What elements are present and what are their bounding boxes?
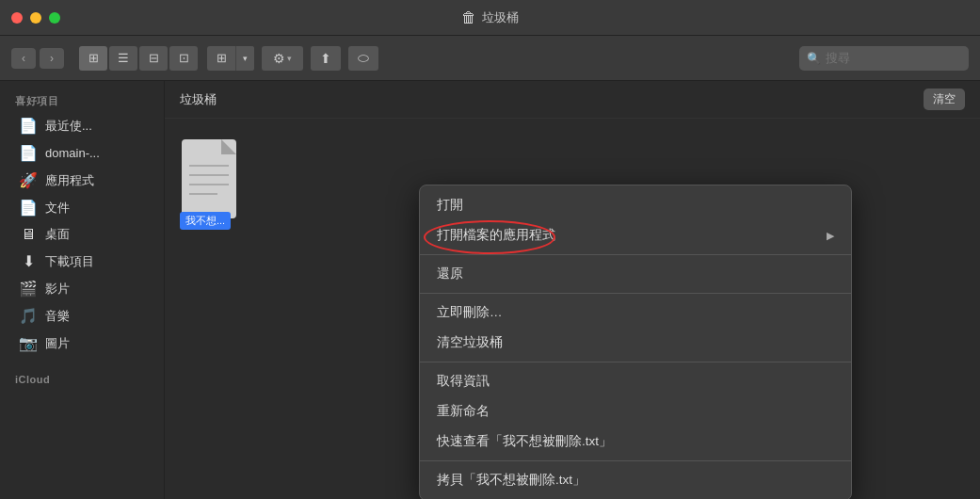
- window-title-text: 垃圾桶: [482, 9, 519, 26]
- applications-icon: 🚀: [19, 171, 38, 189]
- group-dropdown-arrow[interactable]: ▾: [235, 46, 254, 71]
- forward-button[interactable]: ›: [40, 48, 64, 69]
- search-input[interactable]: [826, 51, 957, 65]
- tag-button[interactable]: ⬭: [348, 46, 378, 71]
- minimize-button[interactable]: [30, 12, 41, 24]
- view-column-button[interactable]: ⊟: [139, 46, 168, 71]
- icloud-section: iCloud: [0, 368, 164, 389]
- sidebar-section-icloud: iCloud: [0, 368, 164, 389]
- menu-get-info-label: 取得資訊: [437, 373, 490, 390]
- trash-title-icon: 🗑: [461, 9, 476, 26]
- menu-item-delete-now[interactable]: 立即刪除…: [420, 298, 851, 328]
- menu-open-with-label: 打開檔案的應用程式: [437, 227, 555, 244]
- nav-buttons: ‹ ›: [11, 48, 64, 69]
- movies-icon: 🎬: [19, 280, 38, 298]
- context-menu: 打開 打開檔案的應用程式 ▶ 還原 立即刪除… 清空垃圾桶 取得資訊 重新命名: [419, 185, 852, 499]
- file-icon[interactable]: [180, 137, 255, 222]
- sidebar-item-movies[interactable]: 🎬 影片: [4, 275, 160, 302]
- menu-item-empty-trash[interactable]: 清空垃圾桶: [420, 328, 851, 358]
- content-area: 垃圾桶 清空: [165, 81, 980, 499]
- separator-3: [420, 362, 851, 362]
- tag-icon: ⬭: [358, 50, 369, 66]
- menu-item-get-info[interactable]: 取得資訊: [420, 366, 851, 396]
- window-controls: [11, 12, 60, 24]
- group-icon: ⊞: [207, 46, 235, 71]
- empty-trash-button[interactable]: 清空: [924, 89, 965, 110]
- menu-item-open-with[interactable]: 打開檔案的應用程式 ▶: [420, 220, 851, 250]
- separator-4: [420, 460, 851, 461]
- view-buttons: ⊞ ☰ ⊟ ⊡: [79, 46, 198, 71]
- menu-rename-label: 重新命名: [437, 403, 490, 420]
- domain-icon: 📄: [19, 144, 38, 162]
- share-button[interactable]: ⬆: [311, 46, 341, 71]
- music-label: 音樂: [45, 308, 70, 325]
- file-icon-container: 我不想...: [180, 137, 274, 222]
- desktop-label: 桌面: [45, 226, 70, 243]
- pictures-label: 圖片: [45, 335, 70, 352]
- share-icon: ⬆: [320, 51, 331, 66]
- gear-button[interactable]: ⚙ ▾: [262, 46, 303, 71]
- sidebar-item-downloads[interactable]: ⬇ 下載項目: [4, 248, 160, 275]
- sidebar-section-favorites: 喜好項目: [0, 89, 164, 112]
- documents-label: 文件: [45, 200, 70, 217]
- sidebar-item-domain[interactable]: 📄 domain-...: [4, 139, 160, 167]
- content-header: 垃圾桶 清空: [165, 81, 980, 119]
- menu-delete-now-label: 立即刪除…: [437, 304, 503, 321]
- movies-label: 影片: [45, 281, 70, 298]
- menu-restore-label: 還原: [437, 266, 463, 282]
- search-icon: 🔍: [807, 52, 821, 65]
- view-list-button[interactable]: ☰: [109, 46, 137, 71]
- view-group-button[interactable]: ⊞ ▾: [207, 46, 254, 71]
- downloads-icon: ⬇: [19, 252, 38, 270]
- sidebar: 喜好項目 📄 最近使... 📄 domain-... 🚀 應用程式 📄 文件 🖥…: [0, 81, 165, 499]
- sidebar-item-documents[interactable]: 📄 文件: [4, 194, 160, 221]
- view-icon-button[interactable]: ⊞: [79, 46, 107, 71]
- back-button[interactable]: ‹: [11, 48, 36, 69]
- sidebar-item-pictures[interactable]: 📷 圖片: [4, 330, 160, 357]
- menu-item-open[interactable]: 打開: [420, 190, 851, 220]
- music-icon: 🎵: [19, 307, 38, 325]
- submenu-arrow-icon: ▶: [827, 230, 834, 242]
- sidebar-item-music[interactable]: 🎵 音樂: [4, 302, 160, 330]
- content-title-text: 垃圾桶: [180, 91, 217, 108]
- view-gallery-button[interactable]: ⊡: [169, 46, 198, 71]
- close-button[interactable]: [11, 12, 23, 24]
- pictures-icon: 📷: [19, 334, 38, 352]
- menu-item-rename[interactable]: 重新命名: [420, 396, 851, 427]
- sidebar-item-desktop[interactable]: 🖥 桌面: [4, 221, 160, 248]
- menu-open-label: 打開: [437, 197, 463, 214]
- file-svg: [180, 137, 248, 220]
- separator-1: [420, 254, 851, 255]
- gear-arrow-icon: ▾: [287, 54, 292, 63]
- title-bar: 🗑 垃圾桶: [0, 0, 980, 36]
- sidebar-item-applications[interactable]: 🚀 應用程式: [4, 167, 160, 194]
- gear-icon: ⚙: [273, 51, 285, 66]
- recents-icon: 📄: [19, 117, 38, 135]
- menu-copy-label: 拷貝「我不想被刪除.txt」: [437, 472, 586, 489]
- downloads-label: 下載項目: [45, 253, 94, 270]
- applications-label: 應用程式: [45, 172, 94, 189]
- menu-item-copy[interactable]: 拷貝「我不想被刪除.txt」: [420, 465, 851, 495]
- separator-2: [420, 293, 851, 294]
- search-bar[interactable]: 🔍: [799, 46, 969, 71]
- recents-label: 最近使...: [45, 118, 92, 135]
- window-title: 🗑 垃圾桶: [461, 9, 519, 26]
- menu-item-restore[interactable]: 還原: [420, 259, 851, 289]
- domain-label: domain-...: [45, 146, 100, 160]
- sidebar-item-recents[interactable]: 📄 最近使...: [4, 112, 160, 139]
- menu-item-quicklook[interactable]: 快速查看「我不想被刪除.txt」: [420, 427, 851, 457]
- desktop-icon: 🖥: [19, 226, 38, 243]
- toolbar: ‹ › ⊞ ☰ ⊟ ⊡ ⊞ ▾ ⚙ ▾ ⬆ ⬭ 🔍: [0, 36, 980, 81]
- documents-icon: 📄: [19, 199, 38, 217]
- maximize-button[interactable]: [49, 12, 60, 24]
- menu-empty-trash-label: 清空垃圾桶: [437, 334, 503, 351]
- main-area: 喜好項目 📄 最近使... 📄 domain-... 🚀 應用程式 📄 文件 🖥…: [0, 81, 980, 499]
- file-label: 我不想...: [180, 212, 231, 230]
- menu-quicklook-label: 快速查看「我不想被刪除.txt」: [437, 433, 612, 450]
